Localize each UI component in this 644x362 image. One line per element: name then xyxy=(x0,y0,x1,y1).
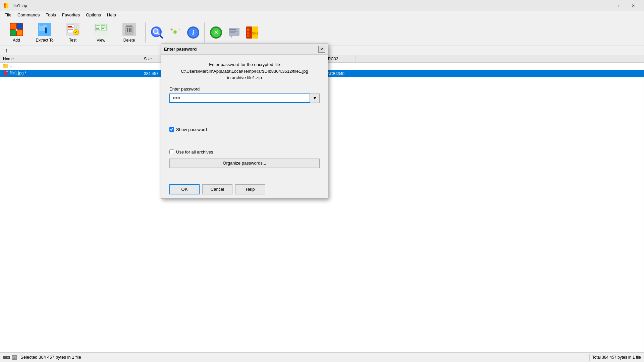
cancel-button[interactable]: Cancel xyxy=(202,184,232,194)
dialog-close-button[interactable]: ✕ xyxy=(318,46,325,53)
spacer-1 xyxy=(169,107,320,127)
dialog-body: Enter password for the encrypted file C:… xyxy=(161,55,328,180)
ok-button[interactable]: OK xyxy=(169,184,200,194)
show-password-checkbox[interactable] xyxy=(169,127,174,132)
show-password-row: Show password xyxy=(169,127,320,132)
dialog-title-bar: Enter password ✕ xyxy=(161,44,328,55)
dropdown-arrow-icon: ▼ xyxy=(313,96,317,101)
help-button[interactable]: Help xyxy=(235,184,265,194)
dialog-desc-line2: C:\Users\Marcin\AppData\Local\Temp\Rar$D… xyxy=(181,69,308,74)
password-dialog: Enter password ✕ Enter password for the … xyxy=(161,44,328,199)
dialog-overlay: Enter password ✕ Enter password for the … xyxy=(0,0,644,362)
password-input-row: ▼ xyxy=(169,94,320,103)
use-all-archives-label[interactable]: Use for all archives xyxy=(176,149,213,155)
dialog-desc-line1: Enter password for the encrypted file xyxy=(209,62,280,67)
dialog-desc-line3: in archive file1.zip xyxy=(227,75,262,80)
password-label: Enter password xyxy=(169,86,320,92)
password-dropdown-button[interactable]: ▼ xyxy=(310,94,320,103)
show-password-label[interactable]: Show password xyxy=(176,127,207,132)
use-all-archives-checkbox[interactable] xyxy=(169,149,174,154)
organize-passwords-button[interactable]: Organize passwords... xyxy=(169,159,320,168)
spacer-2 xyxy=(169,136,320,149)
use-all-archives-row: Use for all archives xyxy=(169,149,320,155)
dialog-footer: OK Cancel Help xyxy=(161,180,328,198)
dialog-description: Enter password for the encrypted file C:… xyxy=(169,61,320,81)
dialog-title: Enter password xyxy=(164,47,197,52)
password-input[interactable] xyxy=(169,94,310,103)
